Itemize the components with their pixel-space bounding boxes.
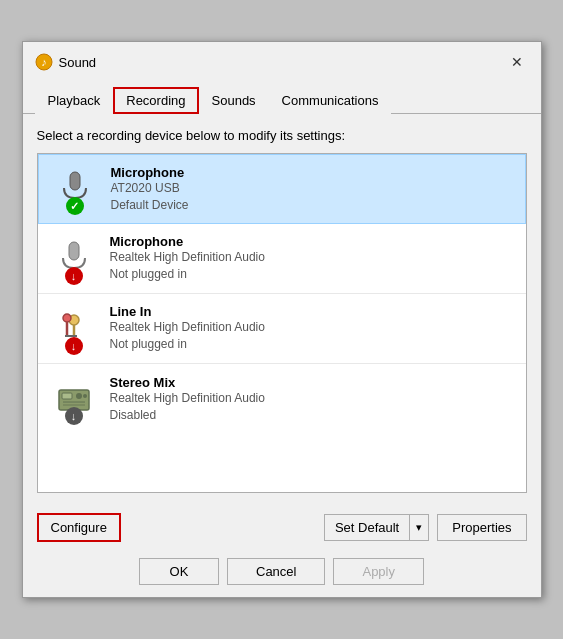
bottom-bar: Configure Set Default ▾ Properties: [23, 503, 541, 552]
set-default-wrap: Set Default ▾: [324, 514, 429, 541]
right-buttons: Set Default ▾ Properties: [324, 514, 527, 541]
cancel-button[interactable]: Cancel: [227, 558, 325, 585]
device-sub2-1: Not plugged in: [110, 266, 516, 283]
svg-point-16: [83, 394, 87, 398]
device-info-2: Line In Realtek High Definition Audio No…: [110, 304, 516, 353]
close-button[interactable]: ✕: [505, 50, 529, 74]
device-item-0[interactable]: ✓ Microphone AT2020 USB Default Device: [38, 154, 526, 224]
svg-rect-2: [70, 172, 80, 190]
device-sub1-1: Realtek High Definition Audio: [110, 249, 516, 266]
ok-button[interactable]: OK: [139, 558, 219, 585]
device-icon-wrap-0: ✓: [49, 163, 101, 215]
device-name-0: Microphone: [111, 165, 515, 180]
device-icon-wrap-1: ↓: [48, 233, 100, 285]
status-badge-1: ↓: [65, 267, 83, 285]
svg-rect-5: [69, 242, 79, 260]
device-item-2[interactable]: ↓ Line In Realtek High Definition Audio …: [38, 294, 526, 364]
svg-text:♪: ♪: [41, 56, 47, 68]
set-default-dropdown[interactable]: ▾: [409, 514, 429, 541]
dialog-buttons: OK Cancel Apply: [23, 552, 541, 597]
tab-bar: Playback Recording Sounds Communications: [23, 78, 541, 114]
tab-recording[interactable]: Recording: [113, 87, 198, 114]
device-name-1: Microphone: [110, 234, 516, 249]
device-name-2: Line In: [110, 304, 516, 319]
sound-dialog: ♪ Sound ✕ Playback Recording Sounds Comm…: [22, 41, 542, 598]
device-sub1-2: Realtek High Definition Audio: [110, 319, 516, 336]
configure-button[interactable]: Configure: [37, 513, 121, 542]
instruction-text: Select a recording device below to modif…: [37, 128, 527, 143]
device-item-1[interactable]: ↓ Microphone Realtek High Definition Aud…: [38, 224, 526, 294]
tab-playback[interactable]: Playback: [35, 87, 114, 114]
status-badge-0: ✓: [66, 197, 84, 215]
device-info-3: Stereo Mix Realtek High Definition Audio…: [110, 375, 516, 424]
svg-rect-14: [62, 393, 72, 399]
device-sub2-2: Not plugged in: [110, 336, 516, 353]
device-name-3: Stereo Mix: [110, 375, 516, 390]
device-sub2-0: Default Device: [111, 197, 515, 214]
title-bar-left: ♪ Sound: [35, 53, 97, 71]
device-sub1-0: AT2020 USB: [111, 180, 515, 197]
set-default-button[interactable]: Set Default: [324, 514, 409, 541]
device-sub1-3: Realtek High Definition Audio: [110, 390, 516, 407]
tab-communications[interactable]: Communications: [269, 87, 392, 114]
properties-button[interactable]: Properties: [437, 514, 526, 541]
svg-point-10: [63, 314, 71, 322]
tab-content: Select a recording device below to modif…: [23, 114, 541, 503]
svg-point-15: [76, 393, 82, 399]
device-sub2-3: Disabled: [110, 407, 516, 424]
title-bar: ♪ Sound ✕: [23, 42, 541, 74]
sound-icon: ♪: [35, 53, 53, 71]
device-list[interactable]: ✓ Microphone AT2020 USB Default Device: [37, 153, 527, 493]
status-badge-3: ↓: [65, 407, 83, 425]
device-icon-wrap-3: ↓: [48, 373, 100, 425]
device-icon-wrap-2: ↓: [48, 303, 100, 355]
device-info-1: Microphone Realtek High Definition Audio…: [110, 234, 516, 283]
device-info-0: Microphone AT2020 USB Default Device: [111, 165, 515, 214]
status-badge-2: ↓: [65, 337, 83, 355]
device-item-3[interactable]: ↓ Stereo Mix Realtek High Definition Aud…: [38, 364, 526, 434]
tab-sounds[interactable]: Sounds: [199, 87, 269, 114]
window-title: Sound: [59, 55, 97, 70]
apply-button[interactable]: Apply: [333, 558, 424, 585]
